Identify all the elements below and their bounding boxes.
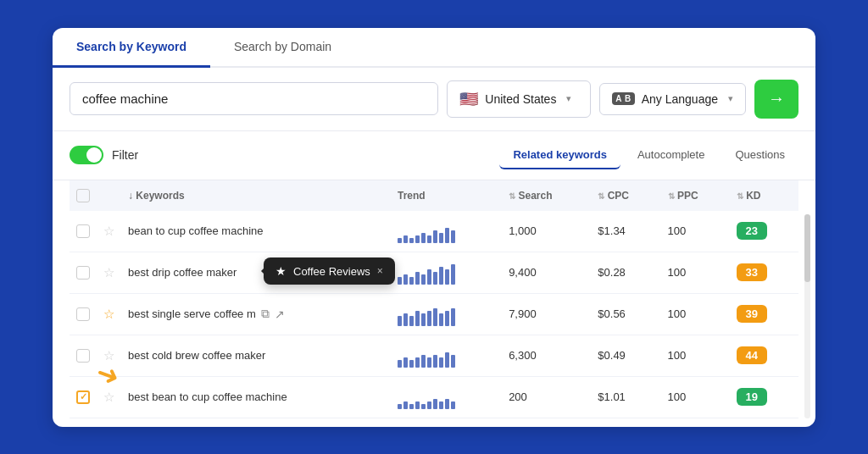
trend-bar [421,233,426,243]
filter-toggle[interactable] [70,146,103,164]
tab-related-keywords[interactable]: Related keywords [499,141,620,169]
trend-bar [415,401,420,409]
trend-bar [409,238,414,243]
keyword-text: best bean to cup coffee machine [128,390,287,403]
kd-cell: 19 [730,376,798,418]
header-search[interactable]: ⇅ Search [502,180,591,211]
keyword-text: best single serve coffee m [128,307,256,320]
keyword-input[interactable] [70,82,438,115]
kd-badge: 33 [737,263,767,281]
tooltip-close[interactable]: × [377,265,383,277]
tab-questions[interactable]: Questions [721,141,798,169]
tab-keyword[interactable]: Search by Keyword [53,28,210,68]
filter-row: Filter Related keywords Autocomplete Que… [53,131,815,180]
header-keywords[interactable]: ↓ Keywords [121,180,391,211]
table-row: ☆best bean to cup coffee machine200$1.01… [70,376,798,418]
trend-bar [421,313,426,326]
scrollbar-thumb[interactable] [804,214,810,282]
search-button[interactable]: → [754,80,798,119]
trend-bar [403,235,408,243]
row-checkbox[interactable] [76,224,90,238]
row-checkbox[interactable] [76,390,90,404]
trend-bars [398,344,495,368]
trend-bar [445,399,449,409]
trend-bar [451,230,455,243]
trend-bar [409,316,414,326]
row-checkbox[interactable] [76,349,90,363]
row-star[interactable]: ☆ [103,348,114,363]
cpc-cell: $0.56 [591,293,660,335]
trend-bar [415,311,420,326]
ppc-cell: 100 [661,335,730,376]
country-label: United States [485,92,556,106]
trend-bar [445,352,449,368]
search-volume-cell: 7,900 [502,293,591,335]
ppc-cell: 100 [661,293,730,335]
keyword-cell: best single serve coffee m⧉↗ [121,293,391,335]
country-select[interactable]: 🇺🇸 United States ▾ [447,80,591,118]
trend-bar [403,357,408,368]
trend-bar [427,235,431,243]
filter-left: Filter [70,146,138,164]
tab-domain[interactable]: Search by Domain [210,28,355,68]
row-star[interactable]: ☆ [103,224,114,238]
keywords-sort-icon: ↓ [128,190,136,202]
tab-autocomplete[interactable]: Autocomplete [624,141,719,169]
cpc-cell: $0.28 [591,252,660,293]
trend-bar [409,360,414,368]
header-ppc[interactable]: ⇅ PPC [661,180,730,211]
kd-badge: 19 [737,388,767,406]
trend-cell [391,335,502,376]
trend-bar [433,272,437,285]
ppc-cell: 100 [661,252,730,293]
row-star[interactable]: ☆ [103,307,114,321]
table-row: ☆best single serve coffee m⧉↗7,900$0.561… [70,293,798,335]
trend-bar [439,357,443,368]
lang-badge: A B [612,92,634,105]
copy-icon[interactable]: ⧉ [261,307,270,321]
keyword-cell: best cold brew coffee maker [121,335,391,376]
header-trend: Trend [391,180,502,211]
table-row: ☆best drip coffee maker★Coffee Reviews×9… [70,252,798,293]
tooltip-label: Coffee Reviews [293,265,370,278]
cpc-cell: $1.01 [591,376,660,418]
header-cpc[interactable]: ⇅ CPC [591,180,660,211]
toggle-switch[interactable] [70,146,103,164]
lang-label: Any Language [642,92,718,106]
trend-bar [421,274,426,285]
trend-bar [433,308,437,326]
search-volume-cell: 200 [502,376,591,418]
row-star[interactable]: ☆ [103,390,114,404]
keyword-cell: bean to cup coffee machine [121,211,391,252]
trend-bar [433,355,437,368]
tooltip-star-icon: ★ [275,264,287,278]
flag-icon: 🇺🇸 [459,90,478,108]
trend-bar [415,235,420,243]
language-select[interactable]: A B Any Language ▾ [599,83,746,115]
trend-bar [451,308,455,326]
toggle-circle [86,147,102,163]
trend-bar [427,269,431,285]
table-row: ☆bean to cup coffee machine1,000$1.34100… [70,211,798,252]
trend-bar [445,228,449,243]
trend-bar [427,311,431,326]
link-icon[interactable]: ↗ [275,307,285,321]
trend-bar [409,404,414,409]
ppc-cell: 100 [661,376,730,418]
search-volume-cell: 1,000 [502,211,591,252]
header-kd[interactable]: ⇅ KD [730,180,798,211]
search-volume-cell: 9,400 [502,252,591,293]
search-volume-cell: 6,300 [502,335,591,376]
trend-cell [391,293,502,335]
header-checkbox[interactable] [76,189,90,202]
row-star[interactable]: ☆ [103,265,114,280]
table-header-row: ↓ Keywords Trend ⇅ Search ⇅ CPC ⇅ PPC ⇅ … [70,180,798,211]
row-checkbox[interactable] [76,307,90,321]
kd-cell: 23 [730,211,798,252]
scrollbar[interactable] [804,214,810,418]
row-checkbox[interactable] [76,266,90,280]
trend-bar [421,355,426,368]
trend-bar [451,355,455,368]
filter-label: Filter [112,148,138,162]
trend-bar [445,269,449,285]
